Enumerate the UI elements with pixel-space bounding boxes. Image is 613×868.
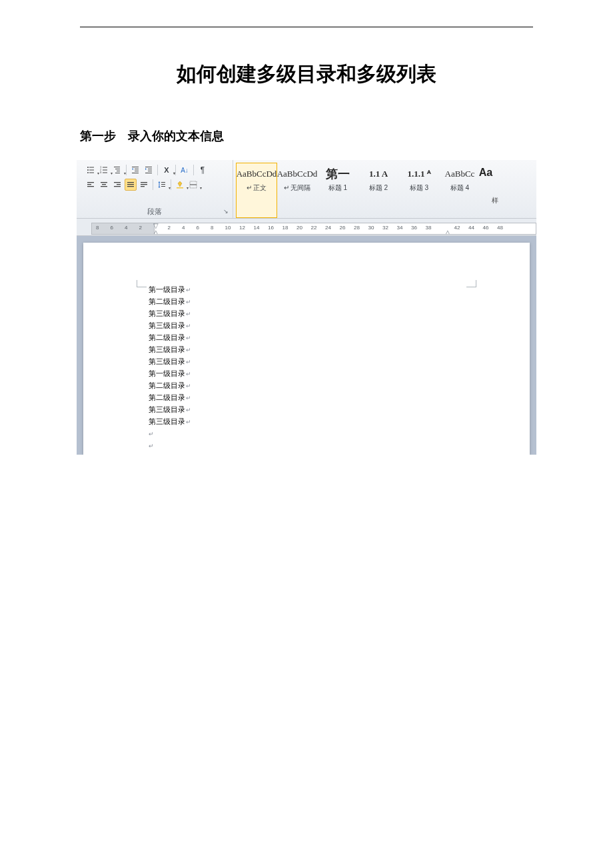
doc-line[interactable]: 第一级目录	[149, 284, 530, 296]
style-label: 标题 2	[358, 183, 398, 193]
bullets-icon[interactable]	[85, 164, 97, 176]
ruler-tick: 34	[397, 225, 403, 231]
style-label: ↵ 无间隔	[277, 183, 317, 193]
svg-rect-1	[89, 167, 94, 168]
svg-rect-44	[161, 182, 165, 183]
svg-rect-31	[101, 186, 107, 187]
style-item-1[interactable]: AaBbCcDd↵ 无间隔	[277, 163, 318, 218]
ruler-tick: 12	[239, 225, 245, 231]
svg-marker-43	[159, 187, 161, 188]
svg-rect-5	[89, 173, 94, 173]
svg-rect-32	[114, 182, 121, 183]
numbering-icon[interactable]: 123	[98, 164, 110, 176]
svg-rect-15	[115, 173, 120, 173]
ruler-tick: 2	[168, 225, 171, 231]
ribbon-group-paragraph: 123 X A↓ ¶	[77, 160, 233, 218]
style-label: ↵ 正文	[237, 183, 277, 193]
doc-line[interactable]: 第三级目录	[149, 356, 530, 368]
svg-rect-9	[103, 170, 107, 171]
svg-rect-40	[141, 186, 145, 187]
svg-rect-24	[148, 171, 152, 171]
doc-empty-line[interactable]	[149, 440, 530, 452]
doc-line[interactable]: 第三级目录	[149, 404, 530, 416]
style-item-5[interactable]: AaBbCc标题 4	[439, 163, 480, 218]
svg-rect-21	[145, 167, 152, 167]
svg-rect-20	[132, 173, 139, 173]
borders-icon[interactable]	[187, 179, 199, 191]
style-preview: AaBbCc	[440, 166, 480, 182]
style-item-2[interactable]: 第一标题 1	[317, 163, 358, 218]
shading-icon[interactable]	[174, 179, 186, 191]
document-workspace: 第一级目录第二级目录第三级目录第三级目录第二级目录第三级目录第三级目录第一级目录…	[77, 236, 536, 455]
right-indent-marker[interactable]: △	[445, 229, 450, 235]
doc-line[interactable]: 第三级目录	[149, 416, 530, 428]
align-right-icon[interactable]	[111, 179, 123, 191]
hanging-indent-marker[interactable]: △	[153, 229, 159, 235]
svg-rect-38	[141, 182, 147, 183]
paragraph-row-1: 123 X A↓ ¶	[81, 164, 230, 176]
sort-icon[interactable]: A↓	[179, 164, 191, 176]
document-page[interactable]: 第一级目录第二级目录第三级目录第三级目录第二级目录第三级目录第三级目录第一级目录…	[83, 243, 530, 455]
ruler-tick: 48	[497, 225, 503, 231]
indent-decrease-icon[interactable]	[129, 164, 141, 176]
doc-line[interactable]: 第一级目录	[149, 368, 530, 380]
doc-line[interactable]: 第三级目录	[149, 320, 530, 332]
horizontal-ruler[interactable]: 8642246810121416182022242628303234363842…	[91, 223, 536, 235]
pilcrow-icon[interactable]: ¶	[197, 164, 209, 176]
style-item-more[interactable]: Aa	[480, 163, 492, 218]
ruler-tick: 4	[125, 225, 127, 231]
style-preview: AaBbCcDd	[237, 166, 277, 182]
style-item-4[interactable]: 1.1.1 ᴬ标题 3	[398, 163, 440, 218]
indent-increase-icon[interactable]	[143, 164, 155, 176]
svg-rect-11	[103, 173, 107, 173]
ruler-tick: 38	[426, 225, 432, 231]
svg-rect-36	[127, 184, 134, 185]
doc-line[interactable]: 第二级目录	[149, 392, 530, 404]
svg-rect-37	[127, 186, 134, 187]
svg-rect-3	[89, 170, 94, 171]
style-preview: AaBbCcDd	[277, 166, 317, 182]
svg-rect-47	[177, 187, 183, 189]
ruler-tick: 44	[468, 225, 474, 231]
doc-line[interactable]: 第二级目录	[149, 296, 530, 308]
svg-rect-25	[145, 173, 152, 173]
align-left-icon[interactable]	[85, 179, 97, 191]
svg-rect-49	[190, 185, 197, 185]
svg-rect-12	[114, 167, 120, 167]
svg-rect-16	[132, 167, 139, 167]
ruler-tick: 6	[111, 225, 113, 231]
asian-layout-icon[interactable]: X	[161, 164, 173, 176]
dialog-launcher-icon[interactable]: ↘	[222, 207, 230, 215]
line-spacing-icon[interactable]	[156, 179, 168, 191]
style-item-3[interactable]: 1.1 A标题 2	[358, 163, 399, 218]
ruler-tick: 6	[197, 225, 199, 231]
doc-line[interactable]: 第二级目录	[149, 380, 530, 392]
multilevel-icon[interactable]	[111, 164, 123, 176]
align-center-icon[interactable]	[98, 179, 110, 191]
svg-rect-34	[114, 186, 121, 187]
distribute-icon[interactable]	[138, 179, 150, 191]
style-label: 标题 3	[399, 183, 439, 193]
svg-rect-39	[141, 184, 147, 185]
svg-rect-14	[117, 171, 120, 171]
ruler-tick: 18	[283, 225, 289, 231]
word-screenshot: 123 X A↓ ¶	[77, 160, 536, 455]
doc-line[interactable]: 第三级目录	[149, 344, 530, 356]
svg-rect-17	[135, 169, 139, 169]
svg-text:3: 3	[100, 171, 102, 174]
svg-rect-13	[115, 169, 120, 169]
paragraph-row-2	[81, 179, 230, 191]
style-preview: 1.1 A	[358, 166, 398, 182]
svg-rect-42	[159, 183, 160, 187]
style-label: 标题 1	[318, 183, 358, 193]
ruler-tick: 32	[382, 225, 388, 231]
doc-line[interactable]: 第二级目录	[149, 332, 530, 344]
doc-line[interactable]: 第三级目录	[149, 308, 530, 320]
doc-empty-line[interactable]	[149, 428, 530, 440]
style-item-0[interactable]: AaBbCcDd↵ 正文	[236, 163, 277, 218]
svg-marker-41	[159, 181, 161, 183]
justify-icon[interactable]	[125, 179, 137, 191]
document-title: 如何创建多级目录和多级列表	[80, 61, 533, 88]
ruler-tick: 8	[211, 225, 213, 231]
ruler-tick: 8	[96, 225, 99, 231]
